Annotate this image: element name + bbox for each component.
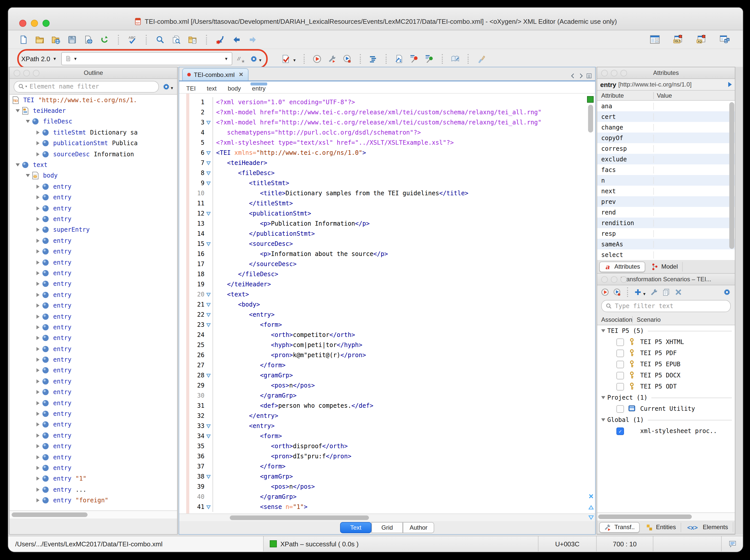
plus-icon[interactable] <box>634 288 642 296</box>
tab-model[interactable]: Model <box>647 262 683 272</box>
reload-icon[interactable] <box>100 35 109 44</box>
outline-item-sourceDesc[interactable]: sourceDescInformation <box>9 149 177 160</box>
fold-toggle-icon[interactable] <box>204 158 213 168</box>
code-line-24[interactable]: 24 <orth>competitor</orth> <box>179 330 587 340</box>
code-line-26[interactable]: 26 <pron>k@m"petit@(r)</pron> <box>179 350 587 360</box>
database-perspective-icon[interactable] <box>719 34 730 44</box>
gear-icon[interactable] <box>723 288 731 296</box>
delete-x-icon[interactable] <box>674 288 682 296</box>
code-line-29[interactable]: 29 <pos>n</pos> <box>179 380 587 391</box>
code-line-28[interactable]: 28 <gramGrp> <box>179 370 587 380</box>
code-line-36[interactable]: 36 <pron>dIs"pru:f</pron> <box>179 451 587 461</box>
outline-item-entry[interactable]: entry <box>9 376 177 387</box>
code-line-16[interactable]: 16 <p>Information about the source</p> <box>179 249 587 259</box>
outline-item-publicationStmt[interactable]: publicationStmtPublica <box>9 138 177 149</box>
attribute-row-facs[interactable]: facs <box>597 164 735 175</box>
expand-closed-icon[interactable] <box>34 314 41 318</box>
outline-item-entry[interactable]: entry <box>9 408 177 419</box>
zoom-window-button[interactable] <box>42 20 50 27</box>
documentation-icon[interactable] <box>451 54 459 63</box>
code-line-2[interactable]: 2<?xml-model href="http://www.tei-c.org/… <box>179 107 587 117</box>
expand-closed-icon[interactable] <box>34 152 41 156</box>
expand-closed-icon[interactable] <box>34 466 41 470</box>
code-line-34[interactable]: 34 <form> <box>179 431 587 441</box>
dropdown-caret-icon[interactable]: ▾ <box>643 291 646 296</box>
dropdown-caret-icon[interactable]: ▾ <box>293 58 296 63</box>
fold-toggle-icon[interactable] <box>204 370 213 380</box>
outline-item-entry[interactable]: entry <box>9 441 177 452</box>
code-line-31[interactable]: 31 <def>person who competes.</def> <box>179 401 587 411</box>
code-line-38[interactable]: 38 <gramGrp> <box>179 472 587 482</box>
xpath-settings-gear-icon[interactable] <box>250 55 258 62</box>
scenario-item-tei-p5-epub[interactable]: TEI P5 EPUB <box>597 359 735 370</box>
attribute-row-copyOf[interactable]: copyOf <box>597 133 735 143</box>
scenarios-hscrollbar[interactable] <box>597 513 735 521</box>
outline-item-entry[interactable]: entry <box>9 257 177 268</box>
code-line-9[interactable]: 9 <titleStmt> <box>179 178 587 188</box>
code-line-27[interactable]: 27 </form> <box>179 360 587 370</box>
code-line-22[interactable]: 22 <entry> <box>179 309 587 320</box>
breadcrumb-text[interactable]: text <box>207 83 217 92</box>
expand-closed-icon[interactable] <box>34 303 41 307</box>
breadcrumb-body[interactable]: body <box>228 83 241 92</box>
code-line-40[interactable]: 40 </gramGrp> <box>179 492 587 502</box>
scenario-group-global-1-[interactable]: Global (1) <box>597 414 735 425</box>
scenario-item-tei-p5-docx[interactable]: TEI P5 DOCX <box>597 370 735 381</box>
next-match-icon[interactable] <box>588 515 594 521</box>
xslt-debugger-icon[interactable]: XSLT <box>673 34 683 44</box>
expand-closed-icon[interactable] <box>34 434 41 438</box>
fold-toggle-icon[interactable] <box>204 148 213 158</box>
outline-item-entry[interactable]: entry <box>9 246 177 257</box>
scenario-item-tei-p5-xhtml[interactable]: TEI P5 XHTML <box>597 336 735 347</box>
outline-item-entry[interactable]: entry <box>9 192 177 203</box>
expand-closed-icon[interactable] <box>34 131 41 135</box>
attribute-row-change[interactable]: change <box>597 122 735 133</box>
expand-closed-icon[interactable] <box>34 185 41 189</box>
attribute-row-rend[interactable]: rend <box>597 207 735 218</box>
xpath-scope-icon[interactable] <box>65 56 71 62</box>
code-line-25[interactable]: 25 <hyph>com|peti|tor</hyph> <box>179 340 587 350</box>
outline-item-entry[interactable]: entry <box>9 268 177 279</box>
fold-toggle-icon[interactable] <box>204 431 213 441</box>
code-line-5[interactable]: 5<?xml-stylesheet type="text/xsl" href="… <box>179 138 587 148</box>
apply-transformation-icon[interactable] <box>395 54 403 63</box>
outline-item-titleStmt[interactable]: titleStmtDictionary sa <box>9 127 177 138</box>
fold-toggle-icon[interactable] <box>204 472 213 482</box>
code-line-33[interactable]: 33 <entry> <box>179 421 587 431</box>
outline-item-entry[interactable]: entry <box>9 289 177 300</box>
attribute-row-corresp[interactable]: corresp <box>597 143 735 154</box>
navigate-back-icon[interactable] <box>232 35 241 44</box>
expand-closed-icon[interactable] <box>34 412 41 416</box>
outline-hscrollbar[interactable] <box>9 511 177 519</box>
notifications-bubble-icon[interactable] <box>729 540 736 547</box>
expand-closed-icon[interactable] <box>34 498 41 502</box>
expand-closed-icon[interactable] <box>34 444 41 448</box>
editor-list-icon[interactable] <box>586 73 592 79</box>
close-tab-icon[interactable]: ✕ <box>239 71 243 78</box>
expand-closed-icon[interactable] <box>34 358 41 362</box>
attribute-row-ana[interactable]: ana <box>597 101 735 111</box>
expand-closed-icon[interactable] <box>34 401 41 405</box>
outline-item-entry[interactable]: entry <box>9 365 177 376</box>
attribute-row-select[interactable]: select <box>597 249 735 260</box>
code-line-15[interactable]: 15 <sourceDesc> <box>179 239 587 249</box>
format-indent-icon[interactable] <box>369 54 377 63</box>
green-pin-icon[interactable] <box>425 54 434 63</box>
outline-item-entry[interactable]: entry <box>9 203 177 214</box>
red-pin-icon[interactable] <box>410 54 418 63</box>
scenario-item-current-utility[interactable]: Current Utility <box>597 403 735 414</box>
attribute-row-n[interactable]: n <box>597 175 735 186</box>
previous-editor-icon[interactable] <box>570 73 576 79</box>
save-as-url-icon[interactable] <box>84 35 93 44</box>
scenario-item-tei-p5-odt[interactable]: TEI P5 ODT <box>597 381 735 392</box>
code-line-6[interactable]: 6<TEI xmlns="http://www.tei-c.org/ns/1.0… <box>179 148 587 158</box>
debug-scenario-icon[interactable] <box>343 54 352 63</box>
code-line-11[interactable]: 11 </titleStmt> <box>179 198 587 208</box>
outline-item-entry[interactable]: entry <box>9 322 177 333</box>
fold-toggle-icon[interactable] <box>204 299 213 309</box>
scenario-checkbox[interactable] <box>616 405 624 413</box>
debug-blue-icon[interactable] <box>613 288 621 296</box>
code-line-21[interactable]: 21 <body> <box>179 299 587 309</box>
run-scenario-icon[interactable] <box>313 54 321 63</box>
expand-closed-icon[interactable] <box>34 336 41 340</box>
